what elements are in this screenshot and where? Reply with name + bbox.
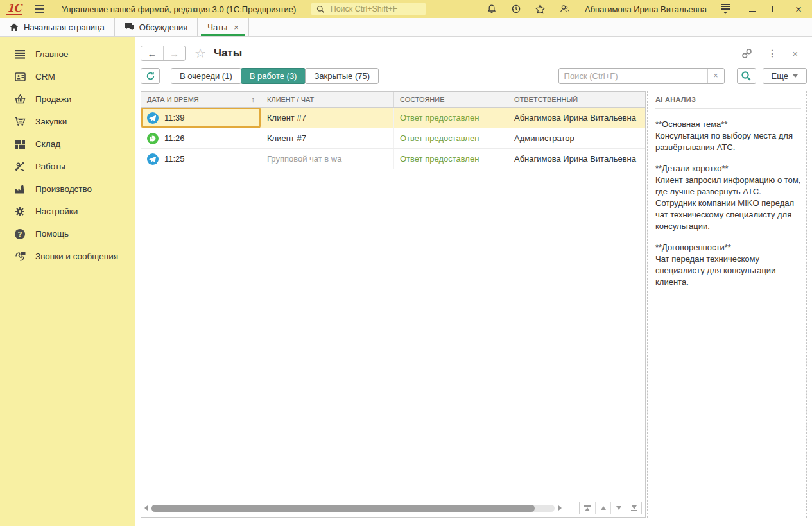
ai-section-main-topic: **Основная тема** Консультация по выбору… <box>655 119 801 153</box>
sidebar-item-calls-and-messages[interactable]: Звонки и сообщения <box>0 245 135 267</box>
main-area: Главное CRM Продажи Закупки <box>0 37 812 526</box>
telegram-icon <box>147 112 159 124</box>
cell-responsible[interactable]: Абнагимова Ирина Витальевна <box>508 108 645 128</box>
get-link-icon[interactable] <box>741 48 752 59</box>
cell-client[interactable]: Клиент #7 <box>261 108 394 128</box>
go-to-top-button[interactable] <box>580 502 595 514</box>
more-actions-dots-icon[interactable]: ⋮ <box>768 48 777 58</box>
cell-state[interactable]: Ответ предоставлен <box>394 149 508 169</box>
discussions-icon <box>125 22 134 31</box>
sidebar-item-label: Помощь <box>35 229 69 239</box>
sidebar-item-warehouse[interactable]: Склад <box>0 133 135 155</box>
sections-sidebar: Главное CRM Продажи Закупки <box>0 37 135 526</box>
filter-in-progress-button[interactable]: В работе (3) <box>241 68 306 84</box>
horizontal-scrollbar-row <box>141 502 645 517</box>
scrollbar-thumb[interactable] <box>151 505 535 512</box>
sidebar-item-main[interactable]: Главное <box>0 43 135 65</box>
filter-closed-button[interactable]: Закрытые (75) <box>305 68 379 84</box>
table-row[interactable]: 11:39 Клиент #7 Ответ предоставлен Абнаг… <box>141 108 645 128</box>
global-search-box[interactable] <box>311 3 426 15</box>
more-button[interactable]: Еще <box>763 68 807 84</box>
main-menu-icon[interactable] <box>33 4 45 14</box>
app-window: 1С Управление нашей фирмой, редакция 3.0… <box>0 0 812 526</box>
sidebar-item-help[interactable]: ? Помощь <box>0 223 135 245</box>
go-to-bottom-button[interactable] <box>626 502 641 514</box>
cell-responsible[interactable]: Абнагимова Ирина Витальевна <box>508 149 645 169</box>
sidebar-item-crm[interactable]: CRM <box>0 65 135 88</box>
cell-client[interactable]: Клиент #7 <box>261 128 394 148</box>
cell-datetime[interactable]: 11:39 <box>141 108 261 128</box>
column-header-datetime[interactable]: ДАТА И ВРЕМЯ ↑ <box>141 92 261 107</box>
column-header-responsible[interactable]: ОТВЕТСТВЕННЫЙ <box>508 92 645 107</box>
sidebar-item-works[interactable]: Работы <box>0 155 135 178</box>
minimize-button[interactable] <box>748 4 757 13</box>
list-search-input[interactable] <box>559 69 707 83</box>
cell-client[interactable]: Групповой чат в wa <box>261 149 394 169</box>
contact-card-icon <box>14 71 26 83</box>
back-button[interactable]: ← <box>141 46 163 60</box>
form-header: ← → ☆ Чаты ⋮ × <box>141 42 807 64</box>
window-close-button[interactable]: × <box>794 4 803 13</box>
add-to-favorites-star-icon[interactable]: ☆ <box>194 47 206 60</box>
favorites-star-icon[interactable] <box>535 3 546 15</box>
clear-search-icon[interactable]: × <box>707 69 724 83</box>
sidebar-item-label: Главное <box>35 49 69 59</box>
run-search-button[interactable] <box>737 68 756 84</box>
maximize-button[interactable] <box>771 4 780 13</box>
table-row[interactable]: 11:25 Групповой чат в wa Ответ предостав… <box>141 149 645 169</box>
empty-rows-area <box>141 169 645 502</box>
cell-datetime[interactable]: 11:25 <box>141 149 261 169</box>
panel-splitter[interactable] <box>647 91 654 518</box>
sidebar-item-settings[interactable]: Настройки <box>0 200 135 223</box>
sidebar-item-purchases[interactable]: Закупки <box>0 110 135 133</box>
ai-section-agreements: **Договоренности** Чат передан техническ… <box>655 242 801 288</box>
cell-state[interactable]: Ответ предоставлен <box>394 108 508 128</box>
history-icon[interactable] <box>510 3 522 15</box>
notifications-bell-icon[interactable] <box>486 3 497 15</box>
tab-home[interactable]: Начальная страница <box>0 18 115 36</box>
cell-state[interactable]: Ответ предоставлен <box>394 128 508 148</box>
tab-label: Обсуждения <box>139 22 188 32</box>
sidebar-item-sales[interactable]: Продажи <box>0 88 135 110</box>
scroll-left-icon[interactable] <box>144 505 148 511</box>
global-search-input[interactable] <box>329 4 421 14</box>
form-content: ← → ☆ Чаты ⋮ × В очереди (1) <box>135 37 812 526</box>
phone-message-icon <box>14 251 26 262</box>
users-icon[interactable] <box>559 3 571 15</box>
tab-label: Чаты <box>207 22 227 32</box>
table-header: ДАТА И ВРЕМЯ ↑ КЛИЕНТ / ЧАТ СОСТОЯНИЕ ОТ… <box>141 92 645 108</box>
column-header-client[interactable]: КЛИЕНТ / ЧАТ <box>261 92 394 107</box>
go-up-button[interactable] <box>595 502 610 514</box>
cart-icon <box>14 116 26 128</box>
ai-analysis-panel: AI АНАЛИЗ **Основная тема** Консультация… <box>654 91 807 518</box>
go-down-button[interactable] <box>610 502 626 514</box>
cell-responsible[interactable]: Администратор <box>508 128 645 148</box>
search-icon <box>316 3 326 15</box>
home-icon <box>10 23 19 31</box>
sidebar-item-production[interactable]: Производство <box>0 178 135 200</box>
ai-panel-title: AI АНАЛИЗ <box>655 91 801 109</box>
filter-queued-button[interactable]: В очереди (1) <box>171 68 241 84</box>
column-header-state[interactable]: СОСТОЯНИЕ <box>394 92 508 107</box>
form-close-icon[interactable]: × <box>792 48 798 59</box>
history-nav-group: ← → <box>141 46 186 61</box>
table-row[interactable]: 11:26 Клиент #7 Ответ предоставлен Админ… <box>141 128 645 149</box>
current-user-name[interactable]: Абнагимова Ирина Витальевна <box>585 4 707 14</box>
refresh-button[interactable] <box>141 68 160 84</box>
status-badge: Ответ предоставлен <box>400 133 479 143</box>
window-title: Управление нашей фирмой, редакция 3.0 (1… <box>62 4 296 14</box>
scroll-right-icon[interactable] <box>558 505 562 511</box>
ai-section-details: **Детали коротко** Клиент запросил инфор… <box>655 163 801 232</box>
menu-lines-icon <box>14 49 26 60</box>
horizontal-scrollbar[interactable] <box>151 505 555 512</box>
tab-label: Начальная страница <box>24 22 105 32</box>
forward-button[interactable]: → <box>163 46 185 60</box>
tab-chats[interactable]: Чаты × <box>198 18 249 36</box>
help-icon: ? <box>14 228 26 240</box>
tab-close-icon[interactable]: × <box>234 22 239 32</box>
sidebar-item-label: Склад <box>35 139 60 149</box>
service-menu-icon[interactable] <box>720 3 731 15</box>
cell-datetime[interactable]: 11:26 <box>141 128 261 148</box>
tab-discussions[interactable]: Обсуждения <box>115 18 198 36</box>
chat-filter-group: В очереди (1) В работе (3) Закрытые (75) <box>171 68 379 84</box>
